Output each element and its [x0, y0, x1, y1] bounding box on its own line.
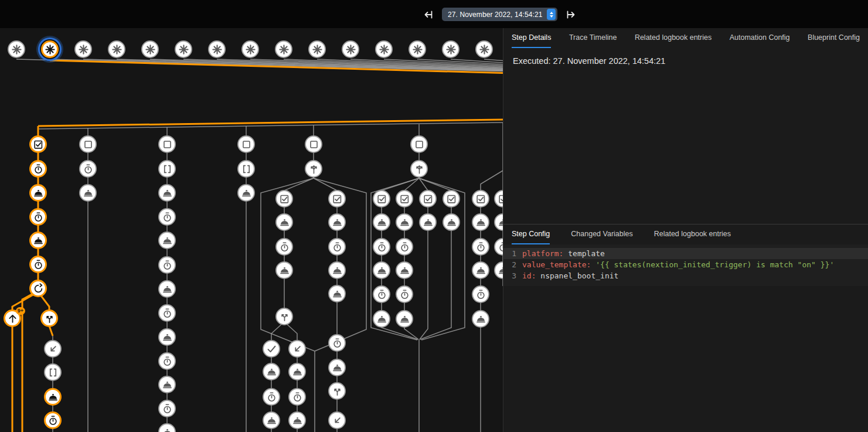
- service-node[interactable]: [442, 213, 460, 231]
- timer-node[interactable]: [373, 238, 390, 256]
- newer-trace-icon[interactable]: [566, 9, 577, 21]
- service-node[interactable]: [328, 359, 346, 376]
- older-trace-icon[interactable]: [422, 9, 434, 21]
- service-node[interactable]: [419, 213, 437, 231]
- service-node[interactable]: [158, 184, 176, 202]
- timer-node[interactable]: [472, 285, 489, 303]
- trigger-node[interactable]: [208, 40, 226, 58]
- service-node[interactable]: [29, 184, 47, 202]
- trigger-node[interactable]: [141, 40, 159, 58]
- timer-node[interactable]: [158, 400, 176, 417]
- service-node[interactable]: [373, 213, 390, 231]
- choose-node[interactable]: [305, 160, 322, 178]
- timer-node[interactable]: [29, 208, 47, 226]
- trigger-node[interactable]: [41, 40, 59, 58]
- timer-node[interactable]: [158, 304, 176, 322]
- timer-node[interactable]: [79, 160, 97, 178]
- arrow-dl-node[interactable]: [44, 340, 62, 358]
- service-node[interactable]: [396, 261, 413, 279]
- trigger-node[interactable]: [442, 40, 459, 58]
- service-node[interactable]: [237, 184, 255, 202]
- code-line[interactable]: 2value_template: '{{ states(nextion_init…: [503, 259, 868, 270]
- tab-blueprint-config[interactable]: Blueprint Config: [808, 28, 860, 48]
- check-square-node[interactable]: [275, 190, 293, 208]
- square-node[interactable]: [79, 135, 97, 153]
- square-node[interactable]: [410, 135, 428, 153]
- timer-node[interactable]: [263, 388, 280, 406]
- trigger-node[interactable]: [275, 40, 292, 58]
- timer-node[interactable]: [396, 238, 413, 256]
- trigger-node[interactable]: [409, 40, 426, 58]
- fork-node[interactable]: [40, 309, 58, 327]
- timer-node[interactable]: [396, 285, 413, 303]
- check-square-node[interactable]: [29, 135, 47, 153]
- service-node[interactable]: [288, 411, 306, 429]
- service-node[interactable]: [44, 388, 62, 406]
- repeat-node[interactable]: [29, 280, 47, 297]
- tab-automation-config[interactable]: Automation Config: [730, 28, 790, 48]
- code-line[interactable]: 3id: nspanel_boot_init: [503, 270, 868, 281]
- brackets-node[interactable]: [237, 160, 255, 178]
- service-node[interactable]: [275, 261, 293, 279]
- code-line[interactable]: 1platform: template: [503, 248, 868, 259]
- fork-node[interactable]: [328, 382, 346, 400]
- service-node[interactable]: [328, 213, 346, 231]
- service-node[interactable]: [472, 213, 489, 231]
- trigger-node[interactable]: [241, 40, 259, 58]
- trace-date-select[interactable]: 27. November 2022, 14:54:21: [442, 8, 557, 21]
- service-node[interactable]: [373, 261, 390, 279]
- service-node[interactable]: [328, 285, 346, 302]
- tab-trace-timeline[interactable]: Trace Timeline: [569, 28, 617, 48]
- trigger-node[interactable]: [8, 40, 25, 58]
- timer-node[interactable]: [158, 208, 176, 226]
- timer-node[interactable]: [472, 238, 489, 256]
- service-node[interactable]: [79, 184, 97, 202]
- timer-node[interactable]: [328, 238, 346, 256]
- check-node[interactable]: [263, 340, 280, 358]
- timer-node[interactable]: [275, 238, 293, 256]
- timer-node[interactable]: [158, 256, 176, 274]
- service-node[interactable]: [472, 261, 489, 279]
- timer-node[interactable]: [288, 388, 306, 406]
- timer-node[interactable]: [29, 160, 47, 178]
- service-node[interactable]: [158, 376, 176, 393]
- service-node[interactable]: [472, 310, 489, 328]
- check-square-node[interactable]: [419, 190, 437, 208]
- square-node[interactable]: [305, 135, 322, 153]
- service-node[interactable]: [158, 280, 176, 298]
- service-node[interactable]: [158, 232, 176, 249]
- service-node[interactable]: [29, 232, 47, 249]
- service-node[interactable]: [288, 363, 306, 380]
- service-node[interactable]: [373, 310, 390, 328]
- service-node[interactable]: [396, 310, 413, 328]
- trigger-node[interactable]: [342, 40, 359, 58]
- check-square-node[interactable]: [442, 190, 460, 208]
- tab-config-related-logbook-entries[interactable]: Related logbook entries: [654, 224, 731, 244]
- check-square-node[interactable]: [472, 190, 489, 208]
- timer-node[interactable]: [158, 352, 176, 370]
- tab-step-config[interactable]: Step Config: [512, 224, 550, 244]
- square-node[interactable]: [158, 135, 176, 153]
- brackets-node[interactable]: [158, 160, 176, 178]
- trigger-node[interactable]: [308, 40, 326, 58]
- service-node[interactable]: [396, 213, 413, 231]
- service-node[interactable]: [275, 213, 293, 231]
- square-node[interactable]: [237, 135, 255, 153]
- tab-related-logbook-entries[interactable]: Related logbook entries: [635, 28, 712, 48]
- arrow-dl-node[interactable]: [328, 411, 346, 429]
- brackets-node[interactable]: [44, 363, 62, 381]
- fork-node[interactable]: [275, 308, 293, 325]
- service-node[interactable]: [328, 261, 346, 279]
- check-square-node[interactable]: [328, 190, 346, 208]
- trigger-node[interactable]: [108, 40, 125, 58]
- trigger-node[interactable]: [375, 40, 393, 58]
- arrow-up-node[interactable]: 9+: [4, 309, 21, 327]
- timer-node[interactable]: [44, 411, 62, 429]
- service-node[interactable]: [263, 411, 280, 429]
- timer-node[interactable]: [328, 334, 346, 352]
- yaml-code-block[interactable]: 1platform: template 2value_template: '{{…: [503, 244, 868, 286]
- arrow-dl-node[interactable]: [288, 340, 306, 358]
- check-square-node[interactable]: [396, 190, 413, 208]
- trigger-node[interactable]: [175, 40, 192, 58]
- trigger-node[interactable]: [74, 40, 92, 58]
